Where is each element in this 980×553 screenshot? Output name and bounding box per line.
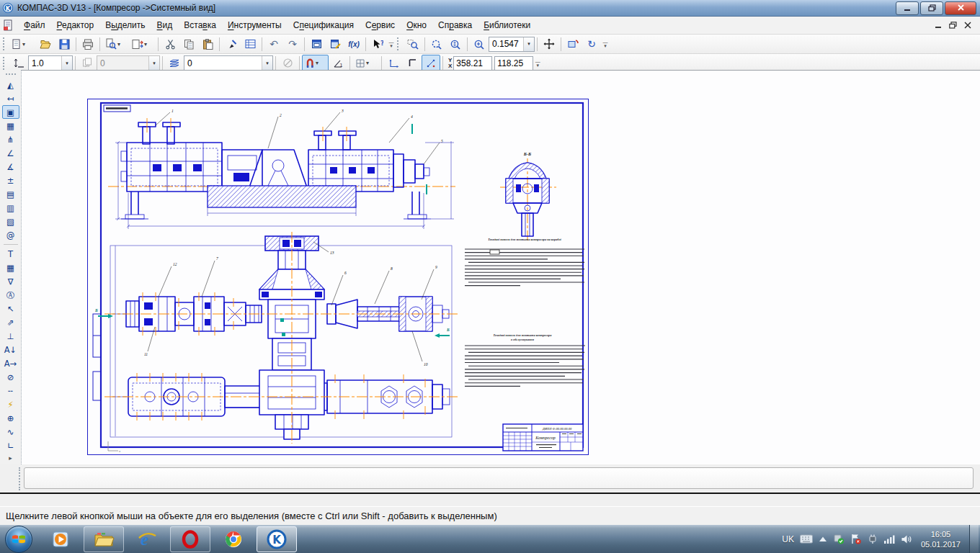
parametrization-icon[interactable]: ∠ — [2, 146, 19, 160]
view-manager-button[interactable] — [307, 35, 326, 53]
keyboard-icon[interactable] — [800, 534, 813, 544]
property-bar-grip[interactable] — [19, 467, 20, 490]
layers-icon[interactable] — [165, 55, 184, 72]
show-hidden-icons[interactable] — [819, 536, 827, 542]
snap-magnet-button[interactable]: ▾ — [302, 55, 329, 72]
mdi-close-icon[interactable] — [964, 22, 971, 29]
power-plug-icon[interactable] — [867, 534, 878, 544]
redo-button[interactable]: ↷ — [283, 35, 302, 53]
undo-button[interactable]: ↶ — [264, 35, 283, 53]
text-icon[interactable]: T — [2, 247, 19, 261]
paste-button[interactable] — [198, 35, 217, 53]
state-combo[interactable]: 0▾ — [97, 55, 160, 71]
editing-icon[interactable]: ⋔ — [2, 132, 19, 146]
context-help-button[interactable]: ? — [368, 35, 387, 53]
property-bar[interactable] — [24, 467, 974, 489]
variables-button[interactable]: f(x) — [344, 35, 363, 53]
mdi-restore-icon[interactable] — [949, 22, 957, 29]
selection-icon[interactable]: ± — [2, 174, 19, 187]
taskbar-ie-button[interactable]: e — [127, 526, 167, 552]
taskbar-chrome-button[interactable] — [213, 526, 254, 552]
layer-combo[interactable]: 0▾ — [184, 55, 273, 71]
rotate-view-button[interactable] — [564, 35, 582, 53]
menu-item-Спецификация[interactable]: Спецификация — [288, 17, 360, 33]
copy-properties-button[interactable] — [222, 35, 241, 53]
angle-mark-icon[interactable]: ∟ — [2, 439, 19, 452]
leader-icon[interactable]: ↖ — [2, 302, 19, 315]
menu-item-Вставка[interactable]: Вставка — [178, 17, 222, 33]
print-preview-button[interactable]: ▾ — [102, 35, 129, 53]
designations-icon[interactable]: ▣ — [2, 105, 19, 119]
toolbar-overflow-icon[interactable]: —▾ — [533, 55, 542, 71]
menu-item-Инструменты[interactable]: Инструменты — [222, 17, 288, 33]
part-mark-icon[interactable]: ⇗ — [2, 315, 19, 329]
measure-icon[interactable]: ∡ — [2, 160, 19, 174]
pan-button[interactable] — [540, 35, 558, 53]
hyperlink-icon[interactable]: @ — [2, 228, 19, 242]
wave-line-icon[interactable]: ∿ — [2, 425, 19, 439]
specification-icon[interactable]: ▥ — [2, 201, 19, 215]
mdi-minimize-icon[interactable] — [935, 22, 942, 29]
coordinate-y-field[interactable]: 358.21 — [453, 56, 492, 71]
drawing-sheet[interactable]: 1 2 3 4 5 Б-Б — [86, 98, 589, 456]
action-center-flag-icon[interactable] — [850, 534, 861, 544]
drawing-canvas[interactable]: 1 2 3 4 5 Б-Б — [22, 70, 980, 464]
document-manager-button[interactable] — [326, 35, 344, 53]
dimensions-icon[interactable]: ↤ — [2, 91, 19, 105]
center-marker-icon[interactable]: ⊕ — [2, 411, 19, 425]
tray-clock[interactable]: 16:05 05.01.2017 — [921, 529, 961, 549]
toolbar-grip[interactable] — [3, 37, 7, 50]
show-desktop-button[interactable] — [969, 525, 979, 553]
network-signal-icon[interactable] — [883, 534, 895, 544]
table-icon[interactable]: ▦ — [2, 261, 19, 274]
document-icon[interactable] — [3, 19, 14, 31]
view-arrow-right-icon[interactable]: A→ — [2, 356, 19, 370]
cursor-step-icon[interactable] — [9, 55, 28, 72]
save-button[interactable] — [55, 35, 74, 53]
menu-item-Справка[interactable]: Справка — [432, 17, 478, 33]
toolbar-grip[interactable] — [397, 37, 401, 50]
zoom-scale-combo[interactable]: 0.1547▾ — [489, 37, 535, 52]
geometry-icon[interactable]: ◭ — [2, 78, 19, 91]
toolbar-overflow-icon[interactable]: —▾ — [601, 36, 610, 52]
menu-item-Редактор[interactable]: Редактор — [51, 17, 100, 33]
report-icon[interactable]: ▧ — [2, 215, 19, 228]
taskbar-wmp-button[interactable] — [40, 526, 81, 552]
zoom-auto-button[interactable] — [446, 35, 465, 53]
lightning-icon[interactable]: ⚡ — [2, 397, 19, 411]
roughness-icon[interactable]: ∇ — [2, 274, 19, 288]
taskbar-explorer-button[interactable] — [84, 526, 124, 552]
taskbar-kompas-button[interactable]: K — [257, 526, 297, 552]
refresh-view-button[interactable]: ↻ — [582, 35, 601, 53]
centerline-icon[interactable]: ╌ — [2, 384, 19, 397]
zoom-previous-button[interactable] — [427, 35, 446, 53]
local-cs-button[interactable] — [384, 55, 403, 72]
toolbar-overflow-icon[interactable]: —▾ — [387, 36, 396, 52]
open-button[interactable] — [36, 35, 55, 53]
new-document-button[interactable]: ▾ — [9, 35, 36, 53]
menu-item-Библиотеки[interactable]: Библиотеки — [478, 17, 536, 33]
copy-state-icon[interactable] — [78, 55, 97, 72]
panel-expand-icon[interactable]: ▸ — [9, 454, 12, 462]
start-button[interactable] — [5, 526, 32, 553]
speaker-icon[interactable] — [901, 534, 912, 544]
panel-grip[interactable] — [6, 73, 16, 75]
view-panel-icon[interactable]: ▤ — [2, 187, 19, 201]
print-button[interactable] — [79, 35, 97, 53]
insertion-icon[interactable]: ▦ — [2, 119, 19, 132]
language-indicator[interactable]: UK — [782, 534, 794, 544]
close-button[interactable] — [945, 1, 976, 15]
menu-item-Вид[interactable]: Вид — [151, 17, 179, 33]
angle-snap-icon[interactable]: 1 — [329, 55, 347, 72]
usb-device-icon[interactable] — [833, 534, 845, 544]
specification-button[interactable] — [241, 35, 259, 53]
copy-button[interactable] — [179, 35, 198, 53]
datum-icon[interactable]: Ⓐ — [2, 288, 19, 302]
zoom-by-frame-button[interactable] — [404, 35, 422, 53]
grid-button[interactable]: ▾ — [352, 55, 379, 72]
snap-points-button[interactable] — [422, 55, 440, 72]
menu-item-Выделить[interactable]: Выделить — [99, 17, 151, 33]
menu-item-Сервис[interactable]: Сервис — [360, 17, 401, 33]
cut-button[interactable] — [161, 35, 179, 53]
menu-item-Окно[interactable]: Окно — [401, 17, 432, 33]
